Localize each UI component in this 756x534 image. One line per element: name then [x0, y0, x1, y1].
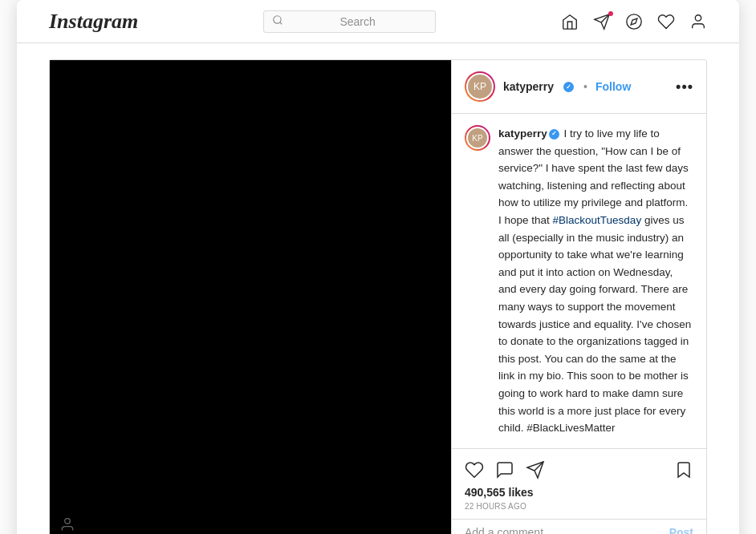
- svg-line-1: [280, 22, 282, 24]
- follow-button[interactable]: Follow: [595, 80, 631, 93]
- post-container: KP katyperry • Follow ••• KP katyperry I…: [49, 59, 707, 534]
- svg-point-0: [274, 15, 281, 22]
- navbar: Instagram: [17, 0, 739, 43]
- svg-point-7: [65, 518, 71, 524]
- author-username[interactable]: katyperry: [503, 80, 554, 93]
- post-actions: 490,565 likes 22 hours ago: [452, 448, 706, 519]
- likes-count: 490,565 likes: [465, 484, 693, 500]
- caption-header: KP katyperry I try to live my life to an…: [465, 125, 693, 437]
- bookmark-button[interactable]: [674, 460, 693, 479]
- caption-text-2: gives us all (especially in the music in…: [498, 214, 691, 434]
- svg-marker-5: [631, 18, 637, 25]
- comment-button[interactable]: [495, 460, 514, 479]
- post-header: KP katyperry • Follow •••: [452, 60, 706, 114]
- search-bar[interactable]: [263, 10, 436, 33]
- browser-window: Instagram: [17, 0, 739, 534]
- app-logo: Instagram: [49, 10, 138, 34]
- heart-icon[interactable]: [657, 13, 675, 30]
- send-icon[interactable]: [593, 13, 611, 30]
- post-content: KP katyperry • Follow ••• KP katyperry I…: [451, 60, 706, 534]
- svg-point-4: [627, 14, 641, 28]
- caption-hashtag[interactable]: #BlackoutTuesday: [553, 214, 642, 226]
- caption-text: katyperry I try to live my life to answe…: [498, 125, 693, 437]
- verified-badge: [563, 82, 574, 92]
- comment-input[interactable]: [465, 526, 661, 534]
- caption-text-1: I try to live my life to answer the ques…: [498, 127, 689, 226]
- post-caption-area: KP katyperry I try to live my life to an…: [452, 114, 706, 448]
- home-icon[interactable]: [561, 13, 579, 30]
- post-timestamp: 22 hours ago: [465, 500, 693, 516]
- dot-separator: •: [583, 80, 587, 93]
- like-button[interactable]: [465, 460, 484, 479]
- share-button[interactable]: [526, 460, 545, 479]
- profile-icon[interactable]: [689, 13, 707, 30]
- author-avatar[interactable]: KP: [465, 71, 495, 102]
- caption-username[interactable]: katyperry: [498, 127, 547, 140]
- caption-avatar[interactable]: KP: [465, 125, 490, 151]
- post-comment-button[interactable]: Post: [669, 526, 693, 534]
- comment-area: Post: [452, 519, 706, 534]
- nav-icons: [561, 13, 707, 30]
- action-icons: [465, 455, 693, 484]
- person-icon: [59, 516, 75, 534]
- search-input[interactable]: [288, 15, 427, 28]
- post-image: [50, 60, 451, 534]
- svg-point-6: [695, 14, 701, 20]
- caption-verified-badge: [549, 129, 559, 140]
- notification-dot: [608, 11, 613, 16]
- compass-icon[interactable]: [625, 13, 643, 30]
- search-icon: [272, 14, 283, 29]
- more-options-button[interactable]: •••: [676, 79, 693, 95]
